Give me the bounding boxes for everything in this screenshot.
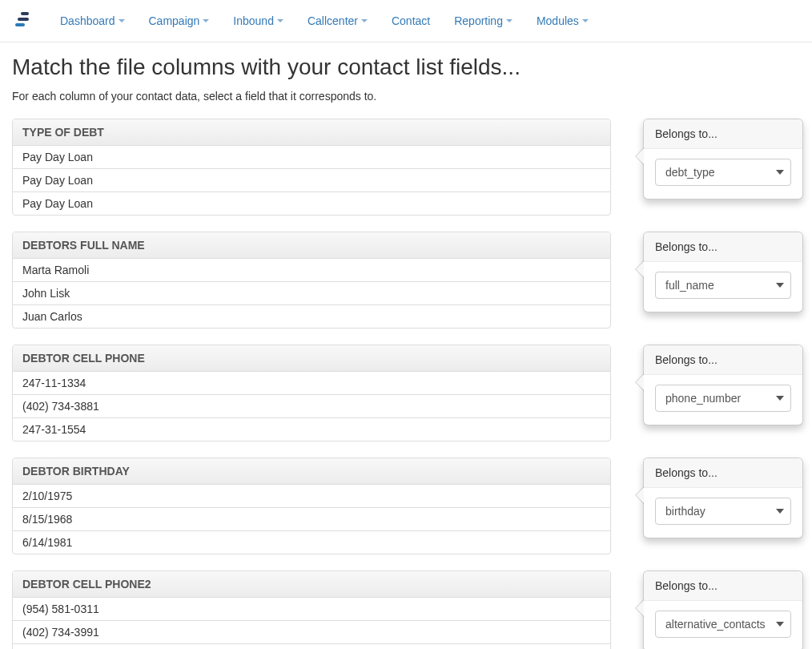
field-select[interactable]: full_name xyxy=(655,272,791,299)
column-header: DEBTOR BIRTHDAY xyxy=(13,458,610,485)
mapping-box: Belongs to...alternative_contacts xyxy=(643,570,803,649)
column-header: DEBTOR CELL PHONE2 xyxy=(13,571,610,598)
page-subtitle: For each column of your contact data, se… xyxy=(12,90,800,103)
popover-title: Belongs to... xyxy=(644,232,802,262)
popover-title: Belongs to... xyxy=(644,571,802,601)
column-cell: (402) 734-3991 xyxy=(13,621,610,644)
column-header: TYPE OF DEBT xyxy=(13,119,610,146)
column-cell: John Lisk xyxy=(13,282,610,305)
field-select[interactable]: phone_number xyxy=(655,385,791,412)
column-preview: DEBTORS FULL NAMEMarta RamoliJohn LiskJu… xyxy=(12,232,611,329)
main-container: Match the file columns with your contact… xyxy=(0,42,812,649)
svg-rect-0 xyxy=(21,12,29,15)
popover-content: alternative_contacts xyxy=(644,601,802,649)
mapping-popover: Belongs to...birthday xyxy=(643,458,803,538)
nav-campaign[interactable]: Campaign xyxy=(137,6,222,35)
chevron-down-icon xyxy=(119,19,125,22)
column-preview: DEBTOR CELL PHONE2(954) 581-0311(402) 73… xyxy=(12,570,611,649)
chevron-down-icon xyxy=(203,19,209,22)
field-select[interactable]: debt_type xyxy=(655,159,791,186)
mapping-box: Belongs to...phone_number xyxy=(643,345,803,425)
popover-arrow-icon xyxy=(635,373,644,391)
popover-content: phone_number xyxy=(644,375,802,425)
chevron-down-icon xyxy=(582,19,589,22)
nav-list: Dashboard Campaign Inbound Callcenter Co… xyxy=(48,6,601,35)
nav-contact[interactable]: Contact xyxy=(380,6,442,35)
column-cell: 247-31-1554 xyxy=(13,418,610,441)
field-select[interactable]: birthday xyxy=(655,498,791,525)
app-logo xyxy=(0,10,48,31)
mapping-box: Belongs to...full_name xyxy=(643,232,803,312)
svg-rect-2 xyxy=(15,23,25,26)
column-cell: Marta Ramoli xyxy=(13,259,610,282)
popover-content: debt_type xyxy=(644,149,802,199)
column-cell: Pay Day Loan xyxy=(13,146,610,169)
column-preview: TYPE OF DEBTPay Day LoanPay Day LoanPay … xyxy=(12,119,611,216)
mapping-box: Belongs to...debt_type xyxy=(643,119,803,200)
column-cell: 247-31-1500 xyxy=(13,644,610,649)
svg-rect-1 xyxy=(18,18,29,21)
column-cell: Pay Day Loan xyxy=(13,192,610,215)
chevron-down-icon xyxy=(361,19,368,22)
field-select[interactable]: alternative_contacts xyxy=(655,611,791,638)
match-list: TYPE OF DEBTPay Day LoanPay Day LoanPay … xyxy=(12,119,800,649)
nav-label: Contact xyxy=(392,14,430,27)
column-cell: 6/14/1981 xyxy=(13,531,610,554)
nav-label: Modules xyxy=(537,14,579,27)
popover-arrow-icon xyxy=(635,147,644,165)
match-row: DEBTOR BIRTHDAY2/10/19758/15/19686/14/19… xyxy=(12,458,800,554)
column-header: DEBTORS FULL NAME xyxy=(13,232,610,259)
mapping-popover: Belongs to...alternative_contacts xyxy=(643,570,803,649)
popover-title: Belongs to... xyxy=(644,119,802,149)
column-cell: 2/10/1975 xyxy=(13,485,610,508)
popover-content: full_name xyxy=(644,262,802,312)
nav-modules[interactable]: Modules xyxy=(525,6,601,35)
nav-callcenter[interactable]: Callcenter xyxy=(295,6,380,35)
nav-reporting[interactable]: Reporting xyxy=(442,6,525,35)
mapping-box: Belongs to...birthday xyxy=(643,458,803,538)
column-cell: Pay Day Loan xyxy=(13,169,610,192)
column-preview: DEBTOR CELL PHONE247-11-1334(402) 734-38… xyxy=(12,345,611,441)
match-row: DEBTOR CELL PHONE2(954) 581-0311(402) 73… xyxy=(12,570,800,649)
column-preview: DEBTOR BIRTHDAY2/10/19758/15/19686/14/19… xyxy=(12,458,611,554)
mapping-popover: Belongs to...phone_number xyxy=(643,345,803,425)
popover-title: Belongs to... xyxy=(644,458,802,488)
popover-arrow-icon xyxy=(635,486,644,504)
chevron-down-icon xyxy=(277,19,283,22)
mapping-popover: Belongs to...debt_type xyxy=(643,119,803,200)
nav-label: Reporting xyxy=(454,14,503,27)
popover-arrow-icon xyxy=(635,599,644,617)
popover-content: birthday xyxy=(644,488,802,538)
popover-title: Belongs to... xyxy=(644,345,802,375)
page-title: Match the file columns with your contact… xyxy=(12,54,800,80)
popover-arrow-icon xyxy=(635,260,644,278)
nav-label: Inbound xyxy=(233,14,274,27)
mapping-popover: Belongs to...full_name xyxy=(643,232,803,312)
column-cell: 247-11-1334 xyxy=(13,372,610,395)
match-row: DEBTORS FULL NAMEMarta RamoliJohn LiskJu… xyxy=(12,232,800,329)
nav-label: Callcenter xyxy=(308,14,358,27)
nav-label: Campaign xyxy=(149,14,200,27)
column-cell: (954) 581-0311 xyxy=(13,598,610,621)
nav-label: Dashboard xyxy=(60,14,115,27)
logo-icon xyxy=(14,10,34,31)
column-cell: (402) 734-3881 xyxy=(13,395,610,418)
top-navbar: Dashboard Campaign Inbound Callcenter Co… xyxy=(0,0,812,42)
match-row: DEBTOR CELL PHONE247-11-1334(402) 734-38… xyxy=(12,345,800,441)
column-header: DEBTOR CELL PHONE xyxy=(13,345,610,372)
nav-dashboard[interactable]: Dashboard xyxy=(48,6,137,35)
column-cell: 8/15/1968 xyxy=(13,508,610,531)
match-row: TYPE OF DEBTPay Day LoanPay Day LoanPay … xyxy=(12,119,800,216)
chevron-down-icon xyxy=(506,19,513,22)
nav-inbound[interactable]: Inbound xyxy=(221,6,295,35)
column-cell: Juan Carlos xyxy=(13,305,610,328)
